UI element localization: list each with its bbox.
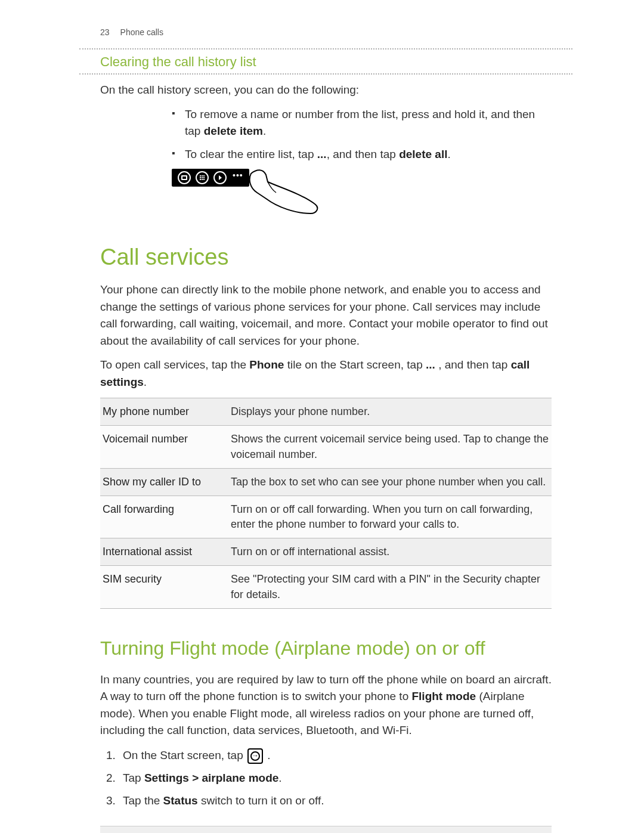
phone-action-bar: ••• — [172, 169, 249, 187]
call-services-table: My phone number Displays your phone numb… — [100, 398, 552, 609]
divider — [79, 73, 572, 75]
heading-call-services: Call services — [100, 241, 552, 273]
clear-history-list: To remove a name or number from the list… — [172, 106, 552, 163]
list-item: To clear the entire list, tap ..., and t… — [172, 146, 552, 163]
list-item: Tap Settings > airplane mode. — [106, 769, 552, 787]
start-arrow-icon: → — [247, 748, 263, 764]
table-row: Call forwarding Turn on or off call forw… — [100, 496, 552, 538]
call-services-para: Your phone can directly link to the mobi… — [100, 281, 552, 349]
more-dots-icon: ••• — [233, 171, 243, 178]
table-row: SIM security See "Protecting your SIM ca… — [100, 566, 552, 608]
note-box: When you disable airplane mode, the call… — [100, 826, 552, 833]
page-number: 23 — [100, 27, 110, 39]
manual-page: 23 Phone calls Clearing the call history… — [0, 0, 644, 833]
tap-dots-illustration: ••• — [172, 169, 552, 221]
contacts-icon — [213, 171, 227, 184]
table-row: Show my caller ID to Tap the box to set … — [100, 469, 552, 496]
list-item: To remove a name or number from the list… — [172, 106, 552, 140]
section-title: Phone calls — [120, 27, 163, 39]
dialpad-icon — [196, 171, 209, 184]
pointing-hand-icon — [245, 169, 323, 221]
flight-mode-para: In many countries, you are required by l… — [100, 671, 552, 739]
flight-mode-steps: On the Start screen, tap → . Tap Setting… — [106, 747, 552, 810]
table-row: Voicemail number Shows the current voice… — [100, 426, 552, 468]
list-item: Tap the Status switch to turn it on or o… — [106, 792, 552, 810]
subheading-clear-history: Clearing the call history list — [100, 49, 552, 74]
voicemail-icon — [178, 171, 191, 184]
page-header: 23 Phone calls — [100, 27, 552, 39]
call-services-open: To open call services, tap the Phone til… — [100, 357, 552, 391]
heading-flight-mode: Turning Flight mode (Airplane mode) on o… — [100, 635, 552, 662]
table-row: International assist Turn on or off inte… — [100, 538, 552, 566]
table-row: My phone number Displays your phone numb… — [100, 398, 552, 426]
clear-history-intro: On the call history screen, you can do t… — [100, 82, 552, 99]
list-item: On the Start screen, tap → . — [106, 747, 552, 764]
